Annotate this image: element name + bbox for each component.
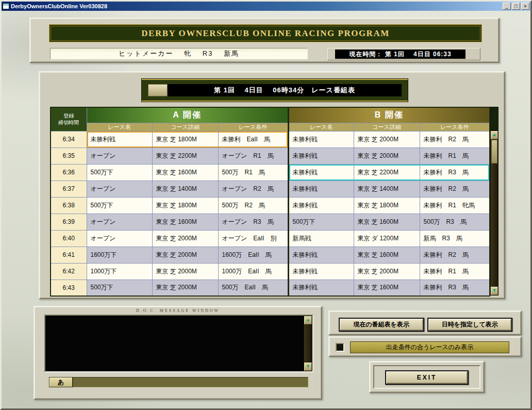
message-text-area — [45, 316, 304, 371]
race-b-conditions-cell[interactable]: 未勝利 R2 馬 — [420, 247, 490, 263]
race-a-name-cell[interactable]: 500万下 — [87, 197, 152, 214]
race-row: 6:37オープン東京 芝 1400Mオープン R2 馬未勝利戦東京 芝 1400… — [51, 181, 490, 197]
program-title-cap — [148, 84, 168, 96]
program-title-bar: 第 1回 4日目 06時34分 レース番組表 — [141, 78, 408, 102]
minimize-button[interactable]: _ — [503, 3, 511, 10]
race-b-name-cell[interactable]: 未勝利戦 — [288, 147, 354, 164]
race-a-course-cell[interactable]: 東京 芝 1600M — [152, 164, 218, 181]
race-a-course-cell[interactable]: 東京 芝 2000M — [152, 230, 218, 247]
race-a-course-cell[interactable]: 東京 芝 1800M — [152, 197, 218, 214]
message-input[interactable] — [73, 377, 308, 387]
race-row: 6:411600万下東京 芝 2000M1600万 EaII 馬未勝利戦東京 芝… — [51, 247, 490, 263]
race-a-name-cell[interactable]: 500万下 — [87, 164, 152, 181]
race-b-name-cell[interactable]: 未勝利戦 — [288, 263, 354, 280]
race-a-name-cell[interactable]: 1000万下 — [87, 263, 152, 280]
race-a-conditions-cell[interactable]: 未勝利 EaII 馬 — [218, 131, 288, 147]
race-a-name-cell[interactable]: オープン — [87, 230, 152, 247]
race-b-conditions-cell[interactable]: 未勝利 R1 馬 — [420, 263, 490, 280]
race-b-course-cell[interactable]: 東京 ダ 1200M — [354, 230, 420, 247]
race-a-conditions-cell[interactable]: 1000万 EaII 馬 — [218, 263, 288, 280]
race-b-course-cell[interactable]: 東京 芝 2000M — [354, 147, 420, 164]
race-b-course-cell[interactable]: 東京 芝 1800M — [354, 197, 420, 214]
race-table-body: 6:34未勝利戦東京 芝 1800M未勝利 EaII 馬未勝利戦東京 芝 200… — [51, 131, 490, 296]
race-a-course-cell[interactable]: 東京 芝 1600M — [152, 214, 218, 230]
race-a-conditions-cell[interactable]: 500万 EaII 馬 — [218, 280, 288, 296]
race-b-course-cell[interactable]: 東京 芝 1600M — [354, 280, 420, 296]
race-row: 6:421000万下東京 芝 2000M1000万 EaII 馬未勝利戦東京 芝… — [51, 263, 490, 280]
race-b-conditions-cell[interactable]: 500万 R3 馬 — [420, 214, 490, 230]
header-panel: DERBY OWNERSCLUB ONLINE RACING PROGRAM ヒ… — [29, 18, 500, 63]
race-a-name-cell[interactable]: オープン — [87, 147, 152, 164]
table-scrollbar[interactable]: ▲ ▼ — [490, 130, 498, 296]
race-b-conditions-cell[interactable]: 未勝利 R1 馬 — [420, 147, 490, 164]
race-a-name-cell[interactable]: オープン — [87, 181, 152, 197]
race-b-name-cell[interactable]: 未勝利戦 — [288, 247, 354, 263]
race-a-course-cell[interactable]: 東京 芝 2000M — [152, 247, 218, 263]
horse-info-field: ヒットメーカー 牝 R3 新馬 — [50, 48, 308, 59]
table-scrollbar-track[interactable] — [491, 139, 498, 287]
col-header-a-race-name: レース名 — [87, 123, 152, 131]
col-header-b-course: コース詳細 — [354, 123, 420, 131]
race-a-course-cell[interactable]: 東京 芝 2000M — [152, 280, 218, 296]
race-a-conditions-cell[interactable]: 500万 R2 馬 — [218, 197, 288, 214]
show-current-program-button[interactable]: 現在の番組表を表示 — [339, 318, 424, 332]
race-b-name-cell[interactable]: 未勝利戦 — [288, 280, 354, 296]
race-b-name-cell[interactable]: 未勝利戦 — [288, 197, 354, 214]
message-scrollbar-track[interactable] — [304, 324, 312, 363]
race-a-course-cell[interactable]: 東京 芝 1400M — [152, 181, 218, 197]
client-area: DERBY OWNERSCLUB ONLINE RACING PROGRAM ヒ… — [2, 11, 530, 408]
race-a-name-cell[interactable]: オープン — [87, 214, 152, 230]
maximize-button[interactable]: □ — [512, 3, 520, 10]
deadline-time-cell: 6:37 — [51, 181, 87, 197]
race-b-conditions-cell[interactable]: 未勝利 R3 馬 — [420, 280, 490, 296]
scroll-up-icon[interactable]: ▲ — [491, 131, 498, 139]
ime-mode-button[interactable]: あ — [49, 377, 73, 387]
race-b-course-cell[interactable]: 東京 芝 2200M — [354, 164, 420, 181]
race-b-conditions-cell[interactable]: 未勝利 R2 馬 — [420, 181, 490, 197]
race-b-conditions-cell[interactable]: 新馬 R3 馬 — [420, 230, 490, 247]
race-b-conditions-cell[interactable]: 未勝利 R2 馬 — [420, 131, 490, 147]
race-a-course-cell[interactable]: 東京 芝 2000M — [152, 263, 218, 280]
exit-button[interactable]: EXIT — [385, 370, 469, 385]
message-scroll-up-icon[interactable]: ▲ — [304, 316, 312, 324]
race-a-conditions-cell[interactable]: オープン R2 馬 — [218, 181, 288, 197]
message-window-label: D.O.C. MESSAGE WINDOW — [35, 308, 321, 313]
race-b-course-cell[interactable]: 東京 芝 2000M — [354, 263, 420, 280]
race-a-conditions-cell[interactable]: 1600万 EaII 馬 — [218, 247, 288, 263]
race-b-course-cell[interactable]: 東京 芝 2000M — [354, 131, 420, 147]
exit-panel: EXIT — [369, 361, 485, 393]
display-buttons-panel: 現在の番組表を表示 日時を指定して表示 — [328, 310, 522, 335]
close-button[interactable]: × — [521, 3, 529, 10]
race-b-name-cell[interactable]: 未勝利戦 — [288, 164, 354, 181]
race-b-course-cell[interactable]: 東京 芝 1600M — [354, 247, 420, 263]
message-input-row: あ — [49, 377, 308, 387]
race-b-course-cell[interactable]: 東京 芝 1600M — [354, 214, 420, 230]
race-a-conditions-cell[interactable]: 500万 R1 馬 — [218, 164, 288, 181]
race-a-conditions-cell[interactable]: オープン R1 馬 — [218, 147, 288, 164]
race-row: 6:40オープン東京 芝 2000Mオープン EaII 別新馬戦東京 ダ 120… — [51, 230, 490, 247]
current-time-display: 現在時間： 第 1回 4日目 06:33 — [335, 50, 466, 59]
deadline-column-header: 登録 締切時間 — [51, 107, 87, 131]
table-scrollbar-thumb[interactable] — [491, 140, 497, 163]
show-by-datetime-button[interactable]: 日時を指定して表示 — [427, 318, 513, 332]
program-banner-text: DERBY OWNERSCLUB ONLINE RACING PROGRAM — [141, 28, 389, 39]
race-a-conditions-cell[interactable]: オープン EaII 別 — [218, 230, 288, 247]
message-scroll-down-icon[interactable]: ▼ — [304, 363, 312, 371]
race-a-course-cell[interactable]: 東京 芝 1800M — [152, 131, 218, 147]
race-a-conditions-cell[interactable]: オープン R3 馬 — [218, 214, 288, 230]
scroll-down-icon[interactable]: ▼ — [491, 287, 498, 295]
race-b-name-cell[interactable]: 未勝利戦 — [288, 131, 354, 147]
race-a-name-cell[interactable]: 未勝利戦 — [87, 131, 152, 147]
race-b-name-cell[interactable]: 500万下 — [288, 214, 354, 230]
race-a-name-cell[interactable]: 1600万下 — [87, 247, 152, 263]
deadline-header-line2: 締切時間 — [58, 120, 79, 125]
race-a-name-cell[interactable]: 500万下 — [87, 280, 152, 296]
filter-checkbox[interactable] — [336, 343, 344, 352]
race-b-conditions-cell[interactable]: 未勝利 R1 牝馬 — [420, 197, 490, 214]
race-b-conditions-cell[interactable]: 未勝利 R3 馬 — [420, 164, 490, 181]
race-b-course-cell[interactable]: 東京 芝 1400M — [354, 181, 420, 197]
race-a-course-cell[interactable]: 東京 芝 2200M — [152, 147, 218, 164]
race-b-name-cell[interactable]: 新馬戦 — [288, 230, 354, 247]
message-scrollbar[interactable]: ▲ ▼ — [304, 316, 312, 371]
race-b-name-cell[interactable]: 未勝利戦 — [288, 181, 354, 197]
